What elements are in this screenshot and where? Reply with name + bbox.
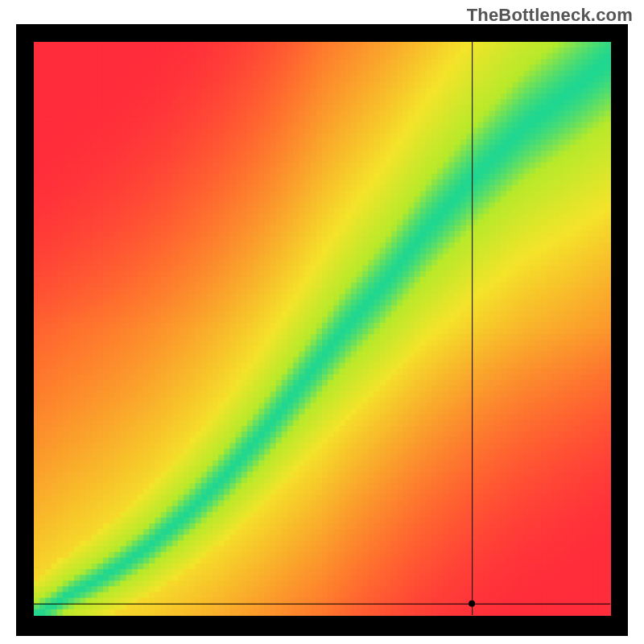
watermark-text: TheBottleneck.com xyxy=(467,5,633,26)
heatmap-plot xyxy=(16,24,628,636)
heatmap-canvas xyxy=(16,24,628,636)
